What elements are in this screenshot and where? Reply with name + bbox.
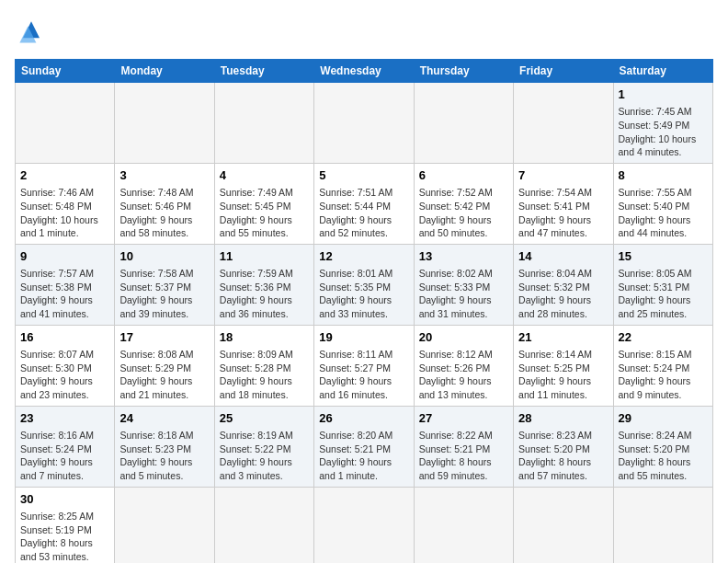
- day-number: 30: [20, 491, 109, 508]
- logo: [15, 15, 53, 48]
- day-info: Sunrise: 8:24 AM Sunset: 5:20 PM Dayligh…: [619, 429, 708, 483]
- calendar-day-cell: 16Sunrise: 8:07 AM Sunset: 5:30 PM Dayli…: [16, 325, 115, 406]
- day-info: Sunrise: 8:22 AM Sunset: 5:21 PM Dayligh…: [419, 429, 508, 483]
- calendar-day-cell: 10Sunrise: 7:58 AM Sunset: 5:37 PM Dayli…: [115, 244, 214, 325]
- day-info: Sunrise: 8:04 AM Sunset: 5:32 PM Dayligh…: [518, 267, 608, 321]
- day-info: Sunrise: 8:01 AM Sunset: 5:35 PM Dayligh…: [319, 267, 408, 321]
- calendar-day-cell: 14Sunrise: 8:04 AM Sunset: 5:32 PM Dayli…: [514, 244, 613, 325]
- day-info: Sunrise: 7:49 AM Sunset: 5:45 PM Dayligh…: [220, 186, 309, 240]
- day-info: Sunrise: 7:45 AM Sunset: 5:49 PM Dayligh…: [619, 105, 708, 159]
- day-number: 4: [220, 167, 309, 184]
- calendar-day-cell: [414, 487, 513, 563]
- calendar-header-cell: Monday: [115, 60, 214, 83]
- calendar-day-cell: 23Sunrise: 8:16 AM Sunset: 5:24 PM Dayli…: [16, 406, 115, 487]
- calendar-day-cell: [314, 487, 414, 563]
- day-info: Sunrise: 8:08 AM Sunset: 5:29 PM Dayligh…: [119, 348, 209, 402]
- day-info: Sunrise: 8:09 AM Sunset: 5:28 PM Dayligh…: [220, 348, 309, 402]
- calendar-day-cell: 29Sunrise: 8:24 AM Sunset: 5:20 PM Dayli…: [613, 406, 712, 487]
- calendar-day-cell: 5Sunrise: 7:51 AM Sunset: 5:44 PM Daylig…: [314, 163, 414, 244]
- calendar-week-row: 1Sunrise: 7:45 AM Sunset: 5:49 PM Daylig…: [16, 83, 713, 164]
- calendar-header-cell: Thursday: [414, 60, 513, 83]
- calendar-week-row: 9Sunrise: 7:57 AM Sunset: 5:38 PM Daylig…: [16, 244, 713, 325]
- calendar-day-cell: [115, 487, 214, 563]
- day-info: Sunrise: 8:14 AM Sunset: 5:25 PM Dayligh…: [518, 348, 608, 402]
- day-info: Sunrise: 8:23 AM Sunset: 5:20 PM Dayligh…: [518, 429, 608, 483]
- day-number: 18: [220, 329, 309, 346]
- day-number: 9: [20, 248, 109, 265]
- day-info: Sunrise: 8:05 AM Sunset: 5:31 PM Dayligh…: [619, 267, 708, 321]
- day-info: Sunrise: 8:11 AM Sunset: 5:27 PM Dayligh…: [319, 348, 408, 402]
- day-info: Sunrise: 7:55 AM Sunset: 5:40 PM Dayligh…: [619, 186, 708, 240]
- day-info: Sunrise: 7:57 AM Sunset: 5:38 PM Dayligh…: [20, 267, 109, 321]
- calendar-day-cell: 11Sunrise: 7:59 AM Sunset: 5:36 PM Dayli…: [214, 244, 313, 325]
- day-info: Sunrise: 8:25 AM Sunset: 5:19 PM Dayligh…: [20, 510, 109, 563]
- calendar-week-row: 23Sunrise: 8:16 AM Sunset: 5:24 PM Dayli…: [16, 406, 713, 487]
- day-info: Sunrise: 8:18 AM Sunset: 5:23 PM Dayligh…: [119, 429, 209, 483]
- calendar-header-cell: Sunday: [16, 60, 115, 83]
- calendar-day-cell: 20Sunrise: 8:12 AM Sunset: 5:26 PM Dayli…: [414, 325, 513, 406]
- calendar-day-cell: 19Sunrise: 8:11 AM Sunset: 5:27 PM Dayli…: [314, 325, 414, 406]
- day-number: 17: [119, 329, 209, 346]
- calendar-day-cell: 22Sunrise: 8:15 AM Sunset: 5:24 PM Dayli…: [613, 325, 712, 406]
- calendar-day-cell: 7Sunrise: 7:54 AM Sunset: 5:41 PM Daylig…: [514, 163, 613, 244]
- day-number: 10: [119, 248, 209, 265]
- calendar-day-cell: 26Sunrise: 8:20 AM Sunset: 5:21 PM Dayli…: [314, 406, 414, 487]
- day-number: 29: [619, 410, 708, 427]
- calendar-day-cell: 28Sunrise: 8:23 AM Sunset: 5:20 PM Dayli…: [514, 406, 613, 487]
- calendar-table: SundayMondayTuesdayWednesdayThursdayFrid…: [15, 59, 713, 563]
- calendar-header-cell: Saturday: [613, 60, 712, 83]
- calendar-header-cell: Tuesday: [214, 60, 313, 83]
- calendar-day-cell: [16, 83, 115, 164]
- day-number: 23: [20, 410, 109, 427]
- day-number: 27: [419, 410, 508, 427]
- day-number: 14: [518, 248, 608, 265]
- calendar-day-cell: 25Sunrise: 8:19 AM Sunset: 5:22 PM Dayli…: [214, 406, 313, 487]
- day-info: Sunrise: 7:51 AM Sunset: 5:44 PM Dayligh…: [319, 186, 408, 240]
- calendar-day-cell: 1Sunrise: 7:45 AM Sunset: 5:49 PM Daylig…: [613, 83, 712, 164]
- calendar-day-cell: 15Sunrise: 8:05 AM Sunset: 5:31 PM Dayli…: [613, 244, 712, 325]
- calendar-day-cell: 17Sunrise: 8:08 AM Sunset: 5:29 PM Dayli…: [115, 325, 214, 406]
- day-number: 1: [619, 86, 708, 103]
- calendar-day-cell: 24Sunrise: 8:18 AM Sunset: 5:23 PM Dayli…: [115, 406, 214, 487]
- day-number: 19: [319, 329, 408, 346]
- day-number: 12: [319, 248, 408, 265]
- day-number: 7: [518, 167, 608, 184]
- calendar-header-cell: Friday: [514, 60, 613, 83]
- day-number: 28: [518, 410, 608, 427]
- calendar-day-cell: [514, 487, 613, 563]
- calendar-body: 1Sunrise: 7:45 AM Sunset: 5:49 PM Daylig…: [16, 83, 713, 564]
- day-info: Sunrise: 7:52 AM Sunset: 5:42 PM Dayligh…: [419, 186, 508, 240]
- logo-icon: [15, 15, 48, 48]
- calendar-day-cell: [414, 83, 513, 164]
- calendar-day-cell: 18Sunrise: 8:09 AM Sunset: 5:28 PM Dayli…: [214, 325, 313, 406]
- day-info: Sunrise: 8:12 AM Sunset: 5:26 PM Dayligh…: [419, 348, 508, 402]
- day-info: Sunrise: 8:16 AM Sunset: 5:24 PM Dayligh…: [20, 429, 109, 483]
- day-info: Sunrise: 8:15 AM Sunset: 5:24 PM Dayligh…: [619, 348, 708, 402]
- day-number: 2: [20, 167, 109, 184]
- calendar-week-row: 30Sunrise: 8:25 AM Sunset: 5:19 PM Dayli…: [16, 487, 713, 563]
- day-number: 26: [319, 410, 408, 427]
- calendar-day-cell: 30Sunrise: 8:25 AM Sunset: 5:19 PM Dayli…: [16, 487, 115, 563]
- day-number: 24: [119, 410, 209, 427]
- day-number: 13: [419, 248, 508, 265]
- calendar-week-row: 16Sunrise: 8:07 AM Sunset: 5:30 PM Dayli…: [16, 325, 713, 406]
- day-number: 21: [518, 329, 608, 346]
- day-number: 22: [619, 329, 708, 346]
- calendar-day-cell: 2Sunrise: 7:46 AM Sunset: 5:48 PM Daylig…: [16, 163, 115, 244]
- calendar-day-cell: [514, 83, 613, 164]
- calendar-day-cell: 4Sunrise: 7:49 AM Sunset: 5:45 PM Daylig…: [214, 163, 313, 244]
- day-info: Sunrise: 8:02 AM Sunset: 5:33 PM Dayligh…: [419, 267, 508, 321]
- day-number: 8: [619, 167, 708, 184]
- calendar-week-row: 2Sunrise: 7:46 AM Sunset: 5:48 PM Daylig…: [16, 163, 713, 244]
- calendar-day-cell: 9Sunrise: 7:57 AM Sunset: 5:38 PM Daylig…: [16, 244, 115, 325]
- calendar-day-cell: 8Sunrise: 7:55 AM Sunset: 5:40 PM Daylig…: [613, 163, 712, 244]
- calendar-day-cell: 27Sunrise: 8:22 AM Sunset: 5:21 PM Dayli…: [414, 406, 513, 487]
- day-number: 25: [220, 410, 309, 427]
- calendar-day-cell: 12Sunrise: 8:01 AM Sunset: 5:35 PM Dayli…: [314, 244, 414, 325]
- calendar-day-cell: [115, 83, 214, 164]
- calendar-day-cell: [613, 487, 712, 563]
- calendar-day-cell: [314, 83, 414, 164]
- calendar-day-cell: 21Sunrise: 8:14 AM Sunset: 5:25 PM Dayli…: [514, 325, 613, 406]
- day-info: Sunrise: 7:48 AM Sunset: 5:46 PM Dayligh…: [119, 186, 209, 240]
- day-info: Sunrise: 8:07 AM Sunset: 5:30 PM Dayligh…: [20, 348, 109, 402]
